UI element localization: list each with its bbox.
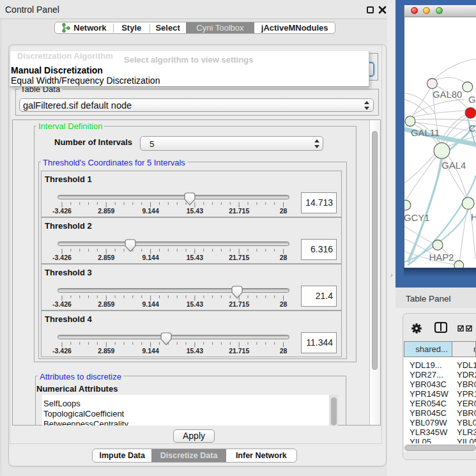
svg-text:GAL4: GAL4 xyxy=(441,160,466,171)
svg-text:HAP1: HAP1 xyxy=(471,212,476,222)
svg-text:CDC: CDC xyxy=(469,123,476,134)
svg-text:GAL80: GAL80 xyxy=(433,89,462,100)
svg-text:GAL2: GAL2 xyxy=(468,95,476,105)
svg-text:GAL11: GAL11 xyxy=(411,128,440,138)
svg-text:HAP2: HAP2 xyxy=(429,252,454,263)
svg-text:GCY1: GCY1 xyxy=(404,213,429,223)
